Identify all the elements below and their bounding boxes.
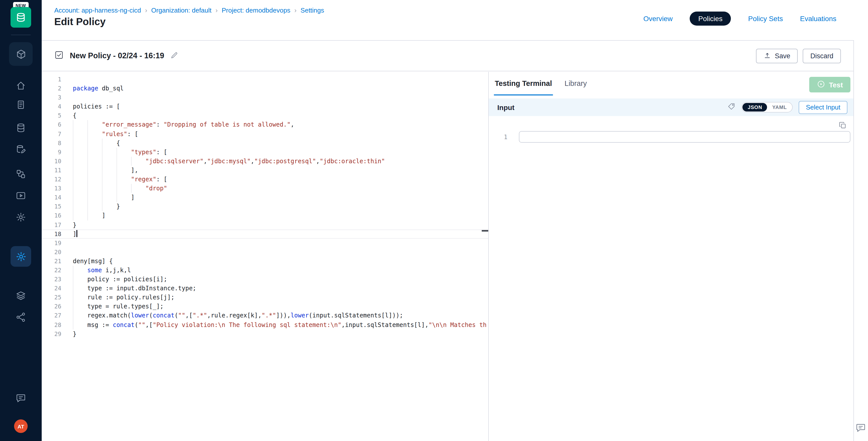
indent-guide (87, 129, 88, 138)
breadcrumb-separator: › (145, 6, 147, 14)
line-number: 15 (42, 202, 61, 211)
breadcrumb-item[interactable]: Settings (301, 6, 324, 14)
home-icon[interactable] (15, 80, 27, 91)
indent-guide (87, 166, 88, 175)
discard-button[interactable]: Discard (803, 49, 841, 63)
line-number: 16 (42, 211, 61, 220)
indent-guide (102, 175, 102, 184)
records-icon[interactable] (15, 99, 27, 111)
breadcrumb-item[interactable]: Organization: default (151, 6, 212, 14)
database-edit-icon[interactable] (15, 144, 27, 155)
layers-icon[interactable] (15, 290, 27, 302)
policy-card: New Policy - 02/24 - 16:19 Save Discard (42, 40, 854, 441)
app-window: NEW (0, 0, 868, 441)
code-text: } (73, 329, 76, 338)
code-line-10: 10 "jdbc:sqlserver","jdbc:mysql","jdbc:p… (42, 157, 488, 166)
edit-name-icon[interactable] (170, 51, 178, 61)
indent-guide (131, 184, 131, 193)
indent-guide (73, 166, 73, 175)
code-text: regex.match(lower(concat("",[".*",rule.r… (73, 311, 403, 320)
line-number: 25 (42, 293, 61, 302)
indent-guide (116, 166, 117, 175)
help-chat-icon[interactable] (856, 422, 866, 433)
avatar[interactable]: AT (14, 419, 28, 433)
code-line-5: 5{ (42, 111, 488, 120)
save-button[interactable]: Save (756, 49, 798, 63)
line-number: 2 (42, 84, 61, 93)
code-line-1: 1 (42, 75, 488, 84)
top-nav-evaluations[interactable]: Evaluations (800, 14, 836, 23)
breadcrumb: Account: app-harness-ng-cicd›Organizatio… (54, 6, 324, 14)
code-editor[interactable]: 12package db_sql34policies := [5{6 "erro… (42, 72, 489, 441)
format-option-json[interactable]: JSON (743, 103, 767, 112)
code-text: some i,j,k,l (73, 266, 131, 275)
indent-guide (87, 157, 88, 166)
tag-icon[interactable] (727, 102, 736, 112)
line-number: 21 (42, 257, 61, 266)
line-number: 14 (42, 193, 61, 202)
code-line-19: 19 (42, 238, 488, 247)
code-line-8: 8 { (42, 138, 488, 148)
tab-library[interactable]: Library (565, 72, 587, 95)
indent-guide (73, 211, 73, 220)
indent-guide (102, 184, 102, 193)
code-line-2: 2package db_sql (42, 84, 488, 93)
code-text: ] (73, 229, 77, 238)
page-header: Account: app-harness-ng-cicd›Organizatio… (42, 0, 868, 40)
code-line-23: 23 policy := policies[i]; (42, 275, 488, 284)
code-text: { (73, 111, 76, 120)
code-text: msg := concat("",["Policy violation:\n T… (73, 320, 487, 329)
indent-guide (102, 148, 102, 157)
top-nav-policy-sets[interactable]: Policy Sets (748, 14, 783, 23)
indent-guide (116, 193, 117, 202)
line-number: 6 (42, 120, 61, 129)
indent-guide (73, 275, 73, 284)
line-number: 19 (42, 238, 61, 247)
indent-guide (102, 166, 102, 175)
indent-guide (116, 175, 117, 184)
tab-testing-terminal[interactable]: Testing Terminal (495, 72, 552, 95)
upload-icon (764, 52, 771, 61)
pipeline-icon[interactable] (15, 168, 27, 180)
testing-panel: Test Testing TerminalLibrary Input JSONY… (489, 72, 854, 441)
top-nav-overview[interactable]: Overview (644, 14, 673, 23)
terminal-input-field[interactable] (519, 131, 850, 143)
code-line-11: 11 ], (42, 166, 488, 175)
breadcrumb-item[interactable]: Account: app-harness-ng-cicd (54, 6, 141, 14)
code-text: } (73, 220, 76, 229)
indent-guide (131, 157, 131, 166)
database-icon[interactable] (15, 122, 27, 134)
select-input-button[interactable]: Select Input (799, 101, 847, 114)
code-line-7: 7 "rules": [ (42, 129, 488, 138)
code-line-16: 16 ] (42, 211, 488, 220)
settings-gear-icon[interactable] (10, 246, 31, 267)
indent-guide (73, 175, 73, 184)
line-number: 9 (42, 148, 61, 157)
code-text: "drop" (73, 184, 167, 193)
test-label: Test (829, 81, 843, 89)
indent-guide (73, 184, 73, 193)
module-cube-icon[interactable] (9, 42, 33, 66)
format-option-yaml[interactable]: YAML (767, 103, 792, 112)
line-number: 12 (42, 175, 61, 184)
breadcrumb-item[interactable]: Project: demodbdevops (222, 6, 290, 14)
indent-guide (73, 266, 73, 275)
code-editor-lines: 12package db_sql34policies := [5{6 "erro… (42, 75, 488, 338)
breadcrumb-separator: › (216, 6, 218, 14)
line-number: 18 (42, 229, 61, 238)
network-icon[interactable] (15, 311, 27, 323)
test-button[interactable]: Test (809, 77, 851, 92)
code-text: ], (73, 166, 138, 175)
gear-icon[interactable] (15, 212, 27, 223)
code-line-29: 29} (42, 329, 488, 338)
chat-icon[interactable] (15, 392, 27, 404)
policy-actions: Save Discard (756, 49, 841, 63)
top-nav-policies[interactable]: Policies (690, 11, 731, 26)
copy-icon[interactable] (838, 121, 847, 130)
code-text: deny[msg] { (73, 257, 113, 266)
terminal-editor[interactable]: 1 (489, 116, 854, 441)
harness-logo[interactable] (10, 7, 31, 28)
code-line-15: 15 } (42, 202, 488, 211)
executions-play-icon[interactable] (15, 190, 27, 201)
line-number: 17 (42, 220, 61, 229)
